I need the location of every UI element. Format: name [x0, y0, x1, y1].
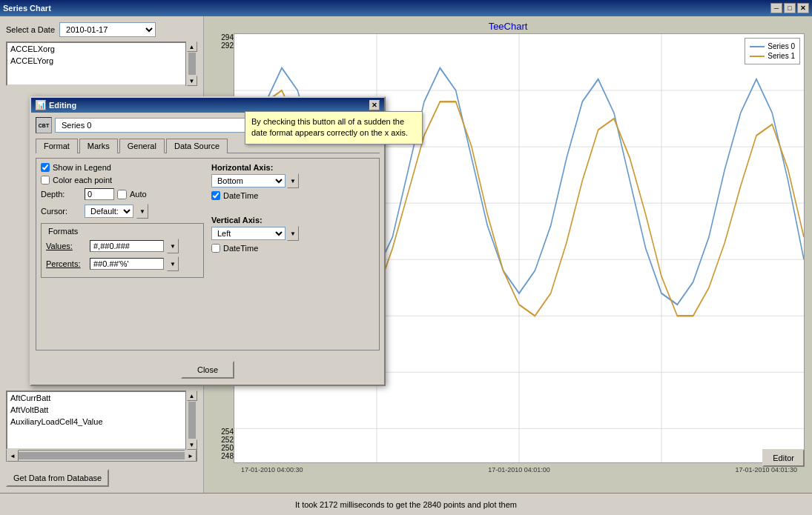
dialog-title-bar: 📊 Editing ✕ [31, 98, 384, 113]
vert-axis-dropdown-button[interactable]: ▼ [287, 226, 299, 241]
app-title: Series Chart [3, 4, 51, 13]
series-icon-text: CBT [39, 123, 49, 128]
legend-series0-line [750, 46, 765, 47]
dialog-title-left: 📊 Editing [36, 100, 76, 110]
values-dropdown-button[interactable]: ▼ [167, 239, 179, 253]
tab-content-general: Show in Legend Color each point Depth: 0… [36, 158, 380, 350]
cursor-select[interactable]: Default: [85, 205, 133, 218]
percents-label: Percents: [46, 259, 87, 268]
minimize-button[interactable]: ─ [770, 3, 782, 13]
x-label: 17-01-2010 04:01:00 [488, 466, 550, 493]
tooltip: By checking this button all of a sudden … [245, 111, 423, 144]
dialog-content: CBT Series 0 ▼ Format Marks General Data… [31, 113, 384, 355]
datetime-horiz-checkbox[interactable] [211, 191, 220, 200]
color-each-point-label: Color each point [53, 176, 112, 185]
date-select[interactable]: 2010-01-17 [59, 22, 156, 37]
two-col-layout: Show in Legend Color each point Depth: 0… [41, 163, 374, 278]
list-item[interactable]: AftVoltBatt [7, 404, 182, 416]
cursor-dropdown-button[interactable]: ▼ [136, 204, 148, 219]
percents-format-row: Percents: ▼ [46, 256, 199, 271]
dialog-close-button[interactable]: ✕ [369, 100, 380, 110]
list-item[interactable]: AuxiliaryLoadCell4_Value [7, 416, 182, 428]
percents-input[interactable] [90, 258, 164, 270]
hscroll-left-button[interactable]: ◄ [7, 450, 19, 462]
upper-list-container: ACCELXorg ACCELYorg ▲ ▼ [6, 41, 197, 86]
depth-input[interactable]: 0 [85, 188, 114, 200]
horizontal-axis-label: Horizontal Axis: [211, 163, 374, 172]
horizontal-axis-row: Bottom ▼ [211, 173, 374, 188]
cursor-row: Cursor: Default: ▼ [41, 204, 204, 219]
y-label: 254 [211, 428, 234, 436]
chart-legend: Series 0 Series 1 [745, 38, 800, 64]
x-label: 17-01-2010 04:01:30 [735, 466, 797, 493]
legend-series1-label: Series 1 [768, 52, 795, 60]
legend-series0-label: Series 0 [768, 42, 795, 50]
upper-list[interactable]: ACCELXorg ACCELYorg [6, 41, 197, 86]
values-format-row: Values: ▼ [46, 239, 199, 253]
upper-list-scrollbar: ▲ ▼ [185, 41, 197, 86]
formats-group: Formats Values: ▼ Percents: ▼ [41, 223, 204, 278]
lower-list[interactable]: AftCurrBatt AftVoltBatt AuxiliaryLoadCel… [6, 391, 197, 450]
upper-list-items: ACCELXorg ACCELYorg [7, 43, 182, 67]
date-row: Select a Date 2010-01-17 [6, 22, 197, 37]
status-text: It took 2172 milliseconds to get the 284… [295, 500, 517, 509]
legend-series0: Series 0 [750, 42, 795, 50]
datetime-vert-row: DateTime [211, 244, 374, 253]
y-axis-bottom: 254 252 250 248 [211, 428, 234, 463]
scroll-track [188, 53, 196, 75]
tab-marks[interactable]: Marks [79, 139, 118, 153]
dialog-footer: Close [31, 355, 384, 385]
lower-list-items: AftCurrBatt AftVoltBatt AuxiliaryLoadCel… [7, 392, 182, 428]
datetime-vert-checkbox[interactable] [211, 244, 220, 253]
datetime-horiz-row: DateTime [211, 191, 374, 200]
get-data-button[interactable]: Get Data from Database [6, 469, 109, 487]
depth-label: Depth: [41, 190, 82, 199]
lower-scroll-up[interactable]: ▲ [187, 391, 197, 401]
tab-datasource[interactable]: Data Source [166, 139, 228, 153]
title-bar: Series Chart ─ □ ✕ [0, 0, 812, 16]
auto-checkbox[interactable] [117, 190, 127, 199]
values-input[interactable] [90, 240, 164, 252]
scroll-up-button[interactable]: ▲ [187, 41, 197, 52]
y-label: 248 [211, 452, 234, 460]
legend-series1: Series 1 [750, 52, 795, 60]
vertical-axis-select[interactable]: Left [211, 227, 285, 240]
title-bar-buttons: ─ □ ✕ [770, 3, 809, 13]
vertical-axis-row: Left ▼ [211, 226, 374, 241]
hscroll-track [19, 452, 185, 459]
lower-hscroll: ◄ ► [6, 450, 197, 462]
maximize-button[interactable]: □ [784, 3, 796, 13]
lower-scroll-track [188, 402, 196, 439]
editor-button[interactable]: Editor [762, 449, 805, 467]
list-item[interactable]: AftCurrBatt [7, 392, 182, 404]
date-label: Select a Date [6, 25, 55, 34]
vertical-axis-label: Vertical Axis: [211, 216, 374, 225]
datetime-horiz-label: DateTime [223, 191, 258, 200]
color-each-point-checkbox[interactable] [41, 176, 50, 185]
hscroll-right-button[interactable]: ► [185, 450, 197, 462]
show-in-legend-label: Show in Legend [53, 163, 111, 172]
dialog-close-btn[interactable]: Close [181, 361, 234, 379]
chart-title: TeeChart [204, 16, 812, 33]
formats-legend-label: Formats [46, 227, 80, 236]
dialog-icon: 📊 [36, 100, 46, 110]
list-item[interactable]: ACCELXorg [7, 43, 182, 55]
values-label: Values: [46, 242, 87, 250]
tab-general[interactable]: General [119, 139, 165, 153]
legend-series1-line [750, 56, 765, 57]
depth-row: Depth: 0 Auto [41, 188, 204, 200]
x-label: 17-01-2010 04:00:30 [241, 466, 303, 493]
editing-dialog-overlay: 📊 Editing ✕ CBT Series 0 ▼ Format Ma [30, 96, 386, 386]
close-window-button[interactable]: ✕ [797, 3, 809, 13]
horiz-axis-dropdown-button[interactable]: ▼ [287, 173, 299, 188]
lower-list-vscroll: ▲ ▼ [185, 391, 197, 450]
lower-scroll-down[interactable]: ▼ [187, 439, 197, 450]
percents-dropdown-button[interactable]: ▼ [167, 256, 179, 271]
tab-format[interactable]: Format [36, 139, 78, 153]
y-axis-top: 294 292 [211, 33, 234, 50]
scroll-down-button[interactable]: ▼ [187, 76, 197, 86]
show-in-legend-checkbox[interactable] [41, 163, 50, 172]
horizontal-axis-select[interactable]: Bottom [211, 174, 285, 187]
list-item[interactable]: ACCELYorg [7, 55, 182, 67]
y-label: 294 [211, 33, 234, 41]
